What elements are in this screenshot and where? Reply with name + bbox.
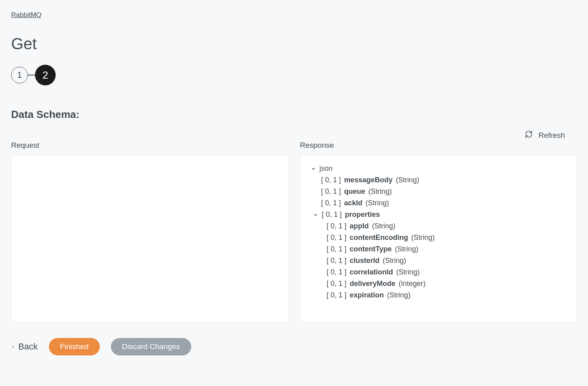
field-type: (String) — [411, 234, 435, 242]
response-panel: json [ 0, 1 ] messageBody (String) [ 0, … — [300, 155, 577, 322]
field-cardinality: [ 0, 1 ] — [321, 187, 341, 196]
field-type: (String) — [396, 176, 419, 184]
tree-item[interactable]: [ 0, 1 ] ackId (String) — [321, 197, 567, 209]
tree-item[interactable]: [ 0, 1 ] correlationId (String) — [327, 266, 567, 278]
discard-changes-button[interactable]: Discard Changes — [111, 338, 191, 355]
field-name: clusterId — [350, 257, 380, 265]
field-type: (Integer) — [399, 280, 426, 288]
field-name: messageBody — [344, 176, 393, 184]
field-cardinality: [ 0, 1 ] — [327, 280, 347, 288]
field-cardinality: [ 0, 1 ] — [327, 268, 347, 276]
tree-root-label: json — [320, 164, 333, 173]
field-cardinality: [ 0, 1 ] — [327, 222, 347, 230]
step-2[interactable]: 2 — [35, 65, 56, 85]
field-cardinality: [ 0, 1 ] — [321, 176, 341, 184]
tree-item-properties[interactable]: [ 0, 1 ] properties — [312, 209, 567, 220]
stepper: 1 2 — [11, 65, 577, 85]
tree-item[interactable]: [ 0, 1 ] contentEncoding (String) — [327, 232, 567, 243]
field-name: correlationId — [350, 268, 393, 276]
refresh-icon — [525, 130, 533, 140]
field-type: (String) — [395, 245, 418, 253]
response-label: Response — [300, 141, 577, 150]
field-name: contentType — [350, 245, 392, 253]
chevron-down-icon[interactable] — [310, 166, 316, 172]
field-type: (String) — [366, 199, 389, 207]
tree-item[interactable]: [ 0, 1 ] contentType (String) — [327, 243, 567, 255]
field-cardinality: [ 0, 1 ] — [327, 234, 347, 242]
field-cardinality: [ 0, 1 ] — [322, 210, 342, 219]
tree-item[interactable]: [ 0, 1 ] messageBody (String) — [321, 174, 567, 186]
page-title: Get — [11, 35, 577, 53]
tree-item[interactable]: [ 0, 1 ] clusterId (String) — [327, 255, 567, 266]
field-name: appId — [350, 222, 369, 230]
request-label: Request — [11, 141, 288, 150]
refresh-button[interactable]: Refresh — [525, 130, 565, 140]
field-name: contentEncoding — [350, 234, 408, 242]
refresh-label: Refresh — [538, 131, 565, 140]
step-connector — [28, 75, 35, 75]
field-type: (String) — [387, 291, 411, 299]
tree-item[interactable]: [ 0, 1 ] appId (String) — [327, 220, 567, 232]
field-name: deliveryMode — [350, 280, 396, 288]
tree-item[interactable]: [ 0, 1 ] queue (String) — [321, 186, 567, 197]
request-panel — [11, 155, 288, 322]
back-label: Back — [18, 342, 38, 352]
field-name: expiration — [350, 291, 384, 299]
field-cardinality: [ 0, 1 ] — [327, 257, 347, 265]
step-1[interactable]: 1 — [11, 67, 28, 83]
finished-button[interactable]: Finished — [49, 338, 100, 355]
back-button[interactable]: Back — [11, 342, 38, 352]
field-type: (String) — [383, 257, 406, 265]
field-type: (String) — [369, 187, 392, 196]
chevron-left-icon — [11, 342, 15, 352]
field-name: queue — [344, 187, 365, 196]
field-name: properties — [345, 210, 380, 219]
section-title: Data Schema: — [11, 108, 577, 121]
field-cardinality: [ 0, 1 ] — [327, 291, 347, 299]
tree-item[interactable]: [ 0, 1 ] deliveryMode (Integer) — [327, 278, 567, 290]
field-type: (String) — [396, 268, 420, 276]
chevron-down-icon[interactable] — [312, 212, 319, 218]
field-cardinality: [ 0, 1 ] — [321, 199, 341, 207]
field-cardinality: [ 0, 1 ] — [327, 245, 347, 253]
field-name: ackId — [344, 199, 363, 207]
tree-item[interactable]: [ 0, 1 ] expiration (String) — [327, 290, 567, 301]
breadcrumb-link[interactable]: RabbitMQ — [11, 11, 42, 19]
field-type: (String) — [372, 222, 396, 230]
tree-root[interactable]: json — [310, 163, 567, 174]
